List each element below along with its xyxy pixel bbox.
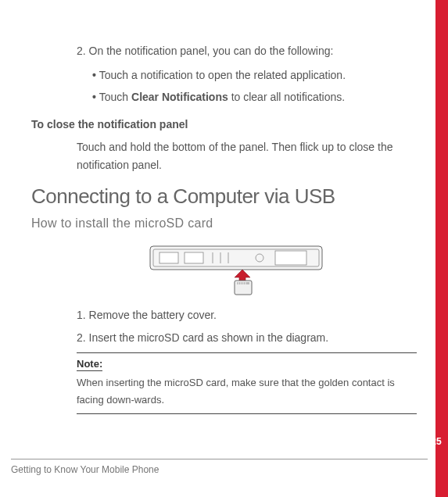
note-text: When inserting the microSD card, make su… <box>77 374 417 409</box>
svg-rect-4 <box>275 251 306 265</box>
heading-microsd: How to install the microSD card <box>31 216 417 231</box>
step-insert-card: 2. Insert the microSD card as shown in t… <box>77 330 417 346</box>
step-2: 2. On the notification panel, you can do… <box>77 43 417 59</box>
svg-marker-9 <box>235 270 250 281</box>
bullet-2: Touch Clear Notifications to clear all n… <box>92 88 417 107</box>
subheading-close-panel: To close the notification panel <box>31 118 417 131</box>
svg-rect-2 <box>159 252 178 263</box>
step-remove-cover: 1. Remove the battery cover. <box>77 307 417 324</box>
svg-rect-3 <box>185 252 203 263</box>
para-close-panel: Touch and hold the bottom of the panel. … <box>77 138 417 173</box>
bullet2-post: to clear all notifications. <box>228 91 345 103</box>
page-number: 25 <box>425 436 448 447</box>
heading-usb: Connecting to a Computer via USB <box>31 184 417 209</box>
bullet2-pre: Touch <box>99 91 131 103</box>
footer-section-title: Getting to Know Your Mobile Phone <box>11 459 428 475</box>
vertical-red-bar <box>435 0 448 497</box>
note-block: Note: When inserting the microSD card, m… <box>77 352 417 414</box>
microsd-diagram <box>55 241 417 296</box>
page-content: 2. On the notification panel, you can do… <box>0 0 448 414</box>
note-label: Note: <box>77 358 102 371</box>
bullet-1: Touch a notification to open the related… <box>92 66 417 85</box>
bullet2-bold: Clear Notifications <box>131 91 228 103</box>
